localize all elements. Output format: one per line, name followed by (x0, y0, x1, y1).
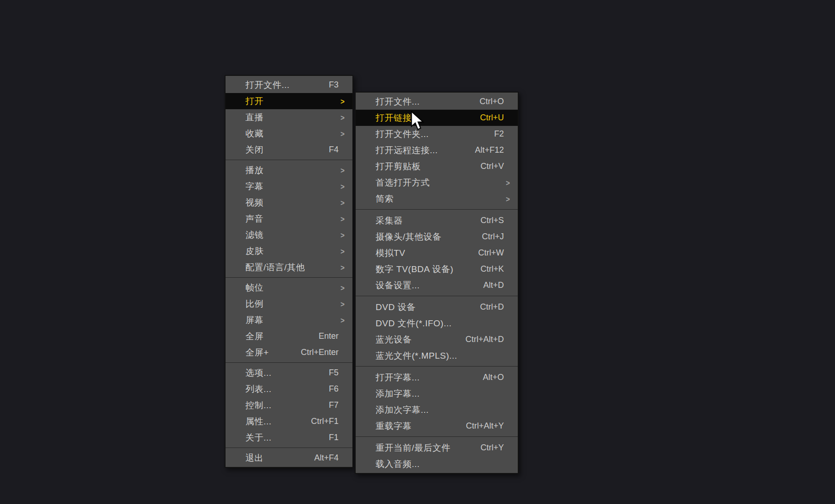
menu-item[interactable]: 关于...F1 (226, 429, 352, 446)
menu-item[interactable]: 配置/语言/其他> (226, 259, 352, 275)
menu-item-shortcut: Enter (319, 331, 352, 341)
menu-item[interactable]: 打开字幕...Alt+O (356, 369, 518, 386)
menu-item-shortcut: Ctrl+Alt+D (465, 335, 518, 344)
menu-item-label: 直播 (226, 112, 264, 124)
menu-item[interactable]: 设备设置...Alt+D (356, 277, 518, 293)
menu-item[interactable]: 重载字幕Ctrl+Alt+Y (356, 418, 518, 434)
submenu-arrow-icon: > (506, 194, 518, 204)
menu-item[interactable]: 播放> (226, 162, 352, 178)
menu-item[interactable]: DVD 设备Ctrl+D (356, 299, 518, 315)
menu-item[interactable]: 打开文件...Ctrl+O (356, 93, 518, 110)
menu-item-label: 收藏 (226, 128, 264, 140)
menu-item-label: 全屏+ (226, 347, 269, 359)
menu-item-label: 选项... (226, 367, 271, 379)
submenu-arrow-icon: > (340, 182, 352, 191)
menu-item[interactable]: 退出Alt+F4 (226, 450, 352, 466)
menu-item-label: 关于... (226, 432, 271, 444)
menu-item-label: 退出 (226, 452, 264, 464)
menu-item[interactable]: 数字 TV(BDA 设备)Ctrl+K (356, 261, 518, 277)
menu-item-shortcut: Ctrl+Enter (301, 348, 352, 357)
menu-item[interactable]: 属性...Ctrl+F1 (226, 413, 352, 429)
menu-item-label: DVD 文件(*.IFO)... (356, 317, 452, 330)
menu-item[interactable]: 打开链接...Ctrl+U (356, 110, 518, 126)
menu-item-label: 设备设置... (356, 280, 420, 292)
menu-item-label: 声音 (226, 213, 264, 225)
menu-item[interactable]: 控制...F7 (226, 397, 352, 413)
menu-item-label: 模拟TV (356, 247, 405, 259)
menu-item-label: 屏幕 (226, 314, 264, 326)
menu-item[interactable]: 打开剪贴板Ctrl+V (356, 158, 518, 174)
menu-item-label: 打开链接... (356, 112, 420, 124)
menu-item[interactable]: 重开当前/最后文件Ctrl+Y (356, 440, 518, 456)
menu-item[interactable]: 模拟TVCtrl+W (356, 245, 518, 261)
menu-item[interactable]: 帧位> (226, 280, 352, 296)
menu-item-label: 关闭 (226, 144, 264, 156)
menu-item-label: 打开文件... (356, 96, 420, 108)
menu-item-label: 添加次字幕... (356, 404, 429, 416)
menu-item[interactable]: 滤镜> (226, 227, 352, 243)
menu-item-shortcut: Alt+F4 (314, 453, 352, 463)
menu-item[interactable]: 关闭F4 (226, 142, 352, 158)
menu-item[interactable]: 载入音频... (356, 456, 518, 472)
menu-separator (356, 366, 518, 367)
menu-item-shortcut: Ctrl+U (480, 113, 518, 123)
menu-item[interactable]: 字幕> (226, 178, 352, 194)
menu-item-shortcut: F7 (329, 400, 352, 410)
menu-item[interactable]: 全屏+Ctrl+Enter (226, 344, 352, 361)
submenu-arrow-icon: > (340, 299, 352, 309)
menu-item[interactable]: 蓝光设备Ctrl+Alt+D (356, 331, 518, 348)
submenu-arrow-icon: > (506, 178, 518, 187)
menu-item-label: 数字 TV(BDA 设备) (356, 263, 453, 275)
menu-item[interactable]: 摄像头/其他设备Ctrl+J (356, 229, 518, 245)
menu-item[interactable]: 声音> (226, 211, 352, 227)
menu-item[interactable]: 皮肤> (226, 243, 352, 259)
menu-item[interactable]: 收藏> (226, 125, 352, 142)
menu-item[interactable]: 打开文件...F3 (226, 77, 352, 93)
menu-item-label: 首选打开方式 (356, 177, 430, 189)
menu-item[interactable]: 打开> (226, 93, 352, 109)
menu-item-label: 帧位 (226, 282, 264, 294)
submenu-arrow-icon: > (340, 283, 352, 292)
menu-item[interactable]: 添加字幕... (356, 386, 518, 402)
menu-item-shortcut: Alt+O (483, 373, 518, 382)
menu-item-shortcut: Alt+F12 (475, 145, 518, 155)
menu-item-label: 列表... (226, 383, 271, 395)
menu-separator (226, 277, 352, 278)
menu-separator (356, 209, 518, 210)
menu-item[interactable]: 首选打开方式> (356, 174, 518, 191)
menu-item-label: 简索 (356, 193, 394, 205)
menu-item[interactable]: 直播> (226, 109, 352, 125)
menu-item-label: 属性... (226, 416, 271, 428)
menu-item[interactable]: 添加次字幕... (356, 402, 518, 418)
menu-item[interactable]: 蓝光文件(*.MPLS)... (356, 348, 518, 364)
menu-item-shortcut: F6 (329, 384, 352, 394)
menu-item-shortcut: F5 (329, 368, 352, 378)
menu-item-label: 重载字幕 (356, 420, 412, 432)
menu-item-label: 重开当前/最后文件 (356, 442, 451, 454)
menu-item-shortcut: Ctrl+W (478, 248, 518, 258)
submenu-arrow-icon: > (340, 198, 352, 207)
menu-item-shortcut: Ctrl+Y (480, 443, 518, 453)
menu-item-label: 视频 (226, 197, 264, 209)
menu-item[interactable]: DVD 文件(*.IFO)... (356, 315, 518, 331)
menu-item[interactable]: 选项...F5 (226, 365, 352, 381)
submenu-arrow-icon: > (340, 263, 352, 272)
menu-item-label: 全屏 (226, 330, 264, 342)
menu-item[interactable]: 打开文件夹...F2 (356, 126, 518, 142)
menu-item[interactable]: 列表...F6 (226, 381, 352, 397)
menu-item[interactable]: 打开远程连接...Alt+F12 (356, 142, 518, 158)
menu-item[interactable]: 全屏Enter (226, 328, 352, 344)
menu-item-label: 蓝光设备 (356, 334, 412, 346)
menu-item[interactable]: 简索> (356, 191, 518, 207)
menu-item-label: 比例 (226, 298, 264, 310)
menu-item[interactable]: 采集器Ctrl+S (356, 212, 518, 229)
menu-item-label: 打开文件... (226, 79, 289, 91)
menu-item-label: DVD 设备 (356, 301, 415, 313)
menu-item[interactable]: 屏幕> (226, 312, 352, 328)
menu-item-label: 载入音频... (356, 458, 420, 470)
submenu-arrow-icon: > (340, 166, 352, 175)
menu-item[interactable]: 比例> (226, 296, 352, 312)
menu-item[interactable]: 视频> (226, 194, 352, 211)
menu-item-label: 控制... (226, 399, 271, 411)
submenu-arrow-icon: > (340, 316, 352, 325)
